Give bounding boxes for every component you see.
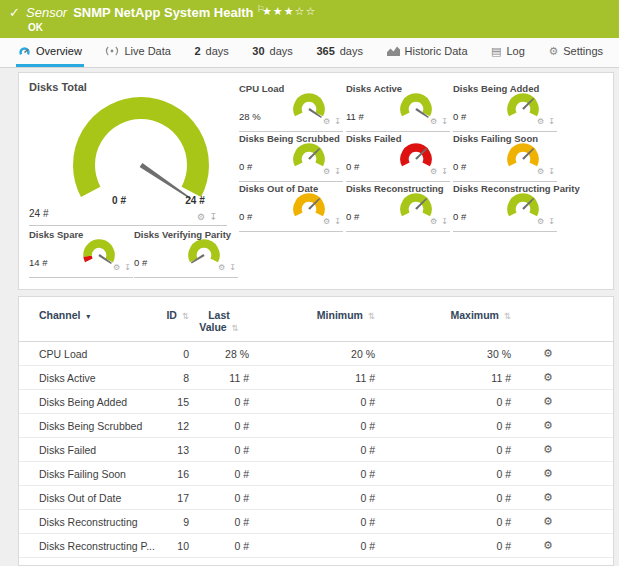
gauge-tile-disks-reconstructing-parity[interactable]: Disks Reconstructing Parity0 #⚙ ↧: [453, 183, 557, 232]
prtg-sensor-page: ✓ SensorSNMP NetApp System Health⚐ ★★★☆☆…: [0, 0, 619, 566]
pin-icon[interactable]: ↧: [441, 217, 449, 226]
cell-channel: Disks Failing Soon: [39, 468, 143, 480]
pin-icon[interactable]: ↧: [441, 117, 449, 126]
tile-action-icons: ⚙ ↧: [218, 263, 237, 272]
channel-settings-gear-icon[interactable]: ⚙: [543, 420, 553, 431]
tab-settings[interactable]: ⚙Settings: [546, 38, 605, 67]
pin-icon[interactable]: ↧: [334, 117, 342, 126]
tile-action-icons: ⚙ ↧: [430, 217, 449, 226]
gauge-tile-disks-spare[interactable]: Disks Spare14 #⚙ ↧: [29, 229, 133, 278]
cell-min: 0 #: [249, 540, 375, 552]
column-header-last[interactable]: LastValue ⇅: [189, 309, 249, 333]
gauge-value: 14 #: [29, 257, 48, 268]
channel-row-disks-failed[interactable]: Disks Failed130 #0 #0 #⚙: [19, 438, 613, 462]
gear-icon[interactable]: ⚙: [113, 263, 121, 272]
channel-row-disks-out-of-date[interactable]: Disks Out of Date170 #0 #0 #⚙: [19, 486, 613, 510]
channel-settings-gear-icon[interactable]: ⚙: [543, 444, 553, 455]
channel-settings-gear-icon[interactable]: ⚙: [543, 372, 553, 383]
gauge-tile-disks-reconstructing[interactable]: Disks Reconstructing0 #⚙ ↧: [346, 183, 450, 232]
gear-icon[interactable]: ⚙: [430, 217, 438, 226]
gauge-tile-disks-being-scrubbed[interactable]: Disks Being Scrubbed0 #⚙ ↧: [239, 133, 343, 182]
pin-icon[interactable]: ↧: [548, 167, 556, 176]
cell-min: 0 #: [249, 468, 375, 480]
gear-icon[interactable]: ⚙: [537, 167, 545, 176]
tab-30-days[interactable]: 30days: [250, 38, 295, 67]
channel-settings-gear-icon[interactable]: ⚙: [543, 468, 553, 479]
cell-max: 0 #: [375, 516, 511, 528]
column-header-max[interactable]: Maximum ⇅: [375, 309, 511, 321]
channel-row-disks-spare[interactable]: Disks Spare1414 #14 #14 #⚙: [19, 558, 613, 566]
pin-icon[interactable]: ↧: [210, 212, 219, 222]
cell-channel: Disks Being Scrubbed: [39, 420, 143, 432]
gauge-tile-disks-failing-soon[interactable]: Disks Failing Soon0 #⚙ ↧: [453, 133, 557, 182]
priority-stars[interactable]: ★★★☆☆: [262, 5, 316, 18]
column-header-channel[interactable]: Channel ▾: [39, 309, 143, 321]
channel-row-disks-being-scrubbed[interactable]: Disks Being Scrubbed120 #0 #0 #⚙: [19, 414, 613, 438]
gear-icon[interactable]: ⚙: [537, 217, 545, 226]
sort-toggle-icon: ⇅: [368, 311, 375, 321]
gauge-value-disks-total: 24 #: [29, 208, 48, 219]
gauge-tile-disks-active[interactable]: Disks Active11 #⚙ ↧: [346, 83, 450, 132]
gear-icon[interactable]: ⚙: [323, 167, 331, 176]
tab-live-data[interactable]: Live Data: [103, 38, 172, 67]
gear-icon[interactable]: ⚙: [218, 263, 226, 272]
gear-icon[interactable]: ⚙: [323, 117, 331, 126]
gear-icon[interactable]: ⚙: [430, 167, 438, 176]
tab-label: Historic Data: [405, 45, 468, 57]
channel-settings-gear-icon[interactable]: ⚙: [543, 516, 553, 527]
cell-last: 0 #: [189, 492, 249, 504]
tab-365-days[interactable]: 365days: [314, 38, 365, 67]
cell-channel: Disks Being Added: [39, 396, 143, 408]
live-data-icon: [105, 46, 119, 56]
channel-row-disks-being-added[interactable]: Disks Being Added150 #0 #0 #⚙: [19, 390, 613, 414]
channel-settings-gear-icon[interactable]: ⚙: [543, 492, 553, 503]
channel-row-disks-reconstructing[interactable]: Disks Reconstructing90 #0 #0 #⚙: [19, 510, 613, 534]
pin-icon[interactable]: ↧: [548, 117, 556, 126]
sensor-kind-label: Sensor: [26, 5, 67, 20]
gauge-tile-cpu-load[interactable]: CPU Load28 %⚙ ↧: [239, 83, 343, 132]
tile-divider: [29, 225, 227, 226]
gauge-tile-disks-total[interactable]: Disks Total 0 # 24 # 24 # ⚙ ↧: [29, 81, 229, 231]
pin-icon[interactable]: ↧: [441, 167, 449, 176]
column-header-min[interactable]: Minimum ⇅: [249, 309, 375, 321]
channel-row-disks-failing-soon[interactable]: Disks Failing Soon160 #0 #0 #⚙: [19, 462, 613, 486]
gauge-tile-disks-being-added[interactable]: Disks Being Added0 #⚙ ↧: [453, 83, 557, 132]
cell-last: 0 #: [189, 396, 249, 408]
tile-action-icons: ⚙ ↧: [323, 217, 342, 226]
cell-max: 0 #: [375, 468, 511, 480]
tab-label: days: [340, 45, 363, 57]
cell-id: 8: [143, 372, 189, 384]
gauge-label: Disks Being Scrubbed: [239, 133, 340, 144]
gear-icon[interactable]: ⚙: [537, 117, 545, 126]
tab-log[interactable]: ▤Log: [489, 38, 527, 67]
sort-toggle-icon: ⇅: [182, 311, 189, 321]
gauge-icon: [18, 46, 31, 57]
channel-settings-gear-icon[interactable]: ⚙: [543, 540, 553, 551]
pin-icon[interactable]: ↧: [229, 263, 237, 272]
tab-historic-data[interactable]: Historic Data: [385, 38, 470, 67]
pin-icon[interactable]: ↧: [124, 263, 132, 272]
gear-icon[interactable]: ⚙: [197, 212, 206, 222]
tab-2-days[interactable]: 2days: [192, 38, 230, 67]
gear-icon[interactable]: ⚙: [323, 217, 331, 226]
channel-settings-gear-icon[interactable]: ⚙: [543, 348, 553, 359]
pin-icon[interactable]: ↧: [334, 167, 342, 176]
pin-icon[interactable]: ↧: [334, 217, 342, 226]
pin-icon[interactable]: ↧: [548, 217, 556, 226]
gauge-tile-disks-failed[interactable]: Disks Failed0 #⚙ ↧: [346, 133, 450, 182]
channel-row-cpu-load[interactable]: CPU Load028 %20 %30 %⚙: [19, 342, 613, 366]
gauge-tile-disks-verifying-parity[interactable]: Disks Verifying Parity0 #⚙ ↧: [134, 229, 238, 278]
tab-number: 365: [316, 45, 334, 57]
gear-icon[interactable]: ⚙: [430, 117, 438, 126]
cell-id: 9: [143, 516, 189, 528]
cell-last: 0 #: [189, 420, 249, 432]
cell-max: 11 #: [375, 372, 511, 384]
channel-settings-gear-icon[interactable]: ⚙: [543, 396, 553, 407]
channel-row-disks-reconstructing-p[interactable]: Disks Reconstructing P...100 #0 #0 #⚙: [19, 534, 613, 558]
cell-min: 0 #: [249, 420, 375, 432]
channel-row-disks-active[interactable]: Disks Active811 #11 #11 #⚙: [19, 366, 613, 390]
column-header-id[interactable]: ID ⇅: [143, 309, 189, 321]
cell-id: 16: [143, 468, 189, 480]
tab-overview[interactable]: Overview: [16, 38, 84, 67]
gauge-tile-disks-out-of-date[interactable]: Disks Out of Date0 #⚙ ↧: [239, 183, 343, 232]
